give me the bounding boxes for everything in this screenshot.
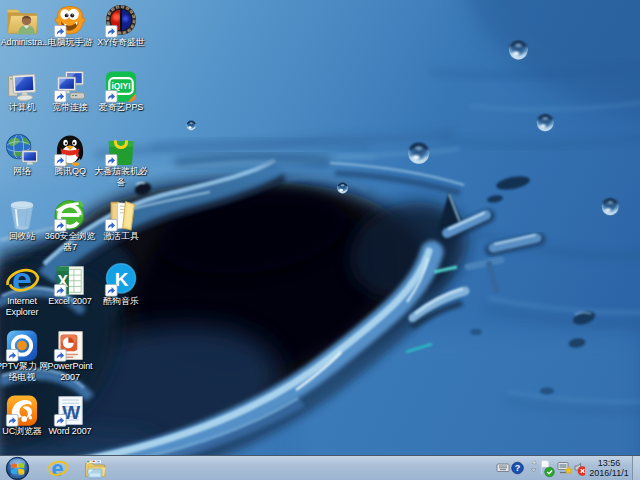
svg-text:e: e xyxy=(51,457,63,480)
svg-text:?: ? xyxy=(515,463,521,473)
svg-text:iQIYI: iQIYI xyxy=(111,81,130,91)
svg-text:e: e xyxy=(12,262,32,298)
